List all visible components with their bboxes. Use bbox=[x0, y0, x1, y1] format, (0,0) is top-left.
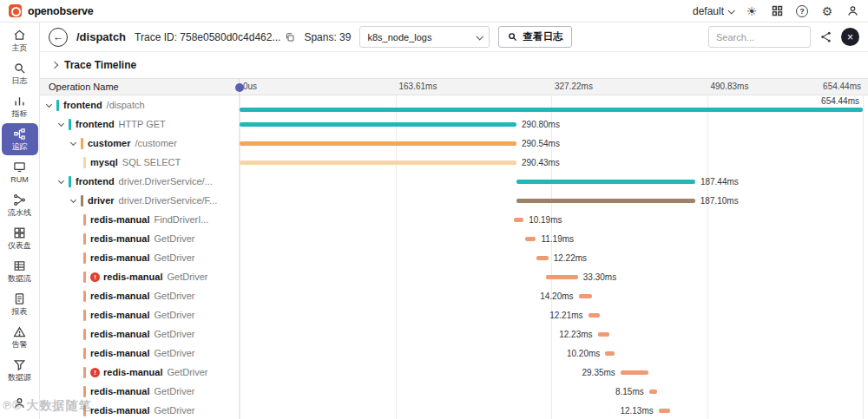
apps-icon[interactable] bbox=[770, 4, 784, 18]
trace-span-row: !redis-manualGetDriver33.30ms bbox=[40, 267, 868, 286]
span-operation-cell[interactable]: redis-manualGetDriver bbox=[40, 324, 240, 344]
service-color-strip bbox=[81, 138, 83, 149]
service-name: redis-manual bbox=[90, 348, 149, 358]
sidebar-item-reports[interactable]: 报表 bbox=[2, 288, 38, 320]
sidebar-item-datasources[interactable]: 数据源 bbox=[2, 354, 38, 386]
alert-icon bbox=[13, 325, 26, 338]
sidebar-item-iam[interactable] bbox=[2, 387, 38, 419]
span-operation-cell[interactable]: frontendHTTP GET bbox=[40, 115, 240, 134]
error-icon: ! bbox=[90, 368, 100, 377]
span-operation-cell[interactable]: redis-manualGetDriver bbox=[40, 344, 240, 363]
help-icon[interactable]: ? bbox=[795, 4, 809, 18]
span-duration-bar[interactable] bbox=[525, 237, 536, 241]
operation-name: FindDriverI... bbox=[154, 214, 208, 225]
pipeline-icon bbox=[13, 193, 26, 206]
duration-label: 654.44ms bbox=[821, 96, 859, 106]
sidebar-item-metrics[interactable]: 指标 bbox=[2, 90, 38, 122]
span-operation-cell[interactable]: redis-manualFindDriverI... bbox=[40, 210, 240, 229]
span-duration-bar[interactable] bbox=[659, 409, 670, 413]
copy-icon[interactable] bbox=[285, 32, 295, 43]
column-resize-handle[interactable] bbox=[235, 83, 244, 92]
span-operation-cell[interactable]: redis-manualGetDriver bbox=[40, 286, 240, 305]
service-color-strip bbox=[83, 386, 86, 397]
span-duration-bar[interactable] bbox=[240, 160, 516, 165]
chevron-down-icon[interactable] bbox=[70, 139, 76, 145]
service-name: mysql bbox=[90, 157, 118, 167]
span-bar-area: 290.80ms bbox=[240, 115, 863, 134]
account-icon[interactable] bbox=[845, 4, 859, 18]
span-bar-area: 8.15ms bbox=[240, 382, 863, 401]
chevron-down-icon[interactable] bbox=[46, 101, 52, 107]
duration-label: 290.43ms bbox=[522, 158, 560, 167]
operation-name: driver.DriverService/F... bbox=[119, 195, 218, 206]
sidebar-item-traces[interactable]: 追踪 bbox=[2, 123, 38, 155]
sidebar-item-rum[interactable]: RUM bbox=[2, 156, 38, 188]
span-duration-bar[interactable] bbox=[589, 313, 600, 318]
operation-name: /dispatch bbox=[107, 100, 145, 110]
chevron-down-icon[interactable] bbox=[58, 177, 64, 183]
sidebar-item-home[interactable]: 主页 bbox=[2, 25, 38, 57]
service-color-strip bbox=[83, 272, 86, 283]
close-button[interactable]: × bbox=[841, 28, 859, 46]
sidebar-item-alerts[interactable]: 告警 bbox=[2, 321, 38, 353]
trace-timeline-section[interactable]: Trace Timeline bbox=[40, 52, 868, 78]
span-duration-bar[interactable] bbox=[240, 122, 516, 127]
main-content: ← /dispatch Trace ID: 758e0580d0c4d462..… bbox=[40, 23, 868, 419]
org-selector[interactable]: default bbox=[693, 5, 733, 17]
span-bar-area: 290.54ms bbox=[240, 134, 863, 153]
span-operation-cell[interactable]: mysqlSQL SELECT bbox=[40, 153, 240, 172]
service-name: redis-manual bbox=[90, 405, 149, 416]
duration-label: 187.10ms bbox=[700, 196, 739, 206]
sidebar-item-streams[interactable]: 数据流 bbox=[2, 255, 38, 287]
operation-name: GetDriver bbox=[154, 329, 194, 339]
chevron-down-icon[interactable] bbox=[58, 120, 64, 126]
sidebar-item-logs[interactable]: 日志 bbox=[2, 57, 38, 89]
span-duration-bar[interactable] bbox=[516, 180, 695, 184]
span-operation-cell[interactable]: !redis-manualGetDriver bbox=[40, 267, 240, 286]
span-duration-bar[interactable] bbox=[240, 141, 516, 146]
sidebar-item-pipelines[interactable]: 流水线 bbox=[2, 189, 38, 221]
span-operation-cell[interactable]: redis-manualGetDriver bbox=[40, 401, 240, 419]
span-duration-bar[interactable] bbox=[536, 256, 548, 260]
span-duration-bar[interactable] bbox=[605, 351, 615, 356]
span-duration-bar[interactable] bbox=[621, 370, 648, 375]
span-duration-bar[interactable] bbox=[516, 199, 694, 203]
span-operation-cell[interactable]: frontenddriver.DriverService/... bbox=[40, 172, 240, 191]
service-color-strip bbox=[83, 252, 86, 264]
share-icon[interactable] bbox=[819, 30, 832, 43]
report-icon bbox=[13, 292, 26, 305]
span-duration-bar[interactable] bbox=[598, 332, 609, 337]
span-operation-cell[interactable]: customer/customer bbox=[40, 134, 240, 153]
theme-icon[interactable]: ☀ bbox=[745, 4, 759, 18]
span-operation-cell[interactable]: redis-manualGetDriver bbox=[40, 248, 240, 267]
trace-span-row: redis-manualGetDriver14.20ms bbox=[40, 286, 868, 305]
sidebar-item-dashboards[interactable]: 仪表盘 bbox=[2, 222, 38, 254]
trace-span-row: redis-manualFindDriverI...10.19ms bbox=[40, 210, 868, 229]
duration-label: 290.54ms bbox=[522, 139, 560, 148]
span-operation-cell[interactable]: redis-manualGetDriver bbox=[40, 305, 240, 324]
span-duration-bar[interactable] bbox=[514, 218, 523, 222]
duration-label: 14.20ms bbox=[540, 291, 573, 301]
settings-icon[interactable]: ⚙ bbox=[820, 4, 834, 18]
chevron-down-icon[interactable] bbox=[70, 196, 76, 202]
span-operation-cell[interactable]: frontend/dispatch bbox=[40, 95, 240, 115]
operation-name: GetDriver bbox=[154, 386, 194, 396]
span-rows: frontend/dispatch654.44msfrontendHTTP GE… bbox=[40, 95, 868, 419]
span-operation-cell[interactable]: redis-manualGetDriver bbox=[40, 229, 240, 248]
duration-label: 29.35ms bbox=[582, 368, 615, 377]
span-duration-bar[interactable] bbox=[649, 390, 657, 394]
span-duration-bar[interactable] bbox=[546, 275, 578, 279]
span-operation-cell[interactable]: !redis-manualGetDriver bbox=[40, 363, 240, 382]
service-color-strip bbox=[83, 329, 86, 340]
org-selector-label: default bbox=[693, 5, 724, 17]
span-duration-bar[interactable] bbox=[240, 108, 863, 112]
span-duration-bar[interactable] bbox=[579, 294, 593, 298]
span-operation-cell[interactable]: redis-manualGetDriver bbox=[40, 382, 240, 401]
span-operation-cell[interactable]: driverdriver.DriverService/F... bbox=[40, 191, 240, 210]
search-input[interactable] bbox=[708, 26, 811, 48]
view-logs-button[interactable]: 查看日志 bbox=[498, 26, 572, 48]
stream-select[interactable]: k8s_node_logs bbox=[359, 26, 490, 48]
openobserve-logo-icon bbox=[9, 4, 22, 17]
back-button[interactable]: ← bbox=[49, 28, 68, 47]
service-name: redis-manual bbox=[90, 291, 149, 301]
